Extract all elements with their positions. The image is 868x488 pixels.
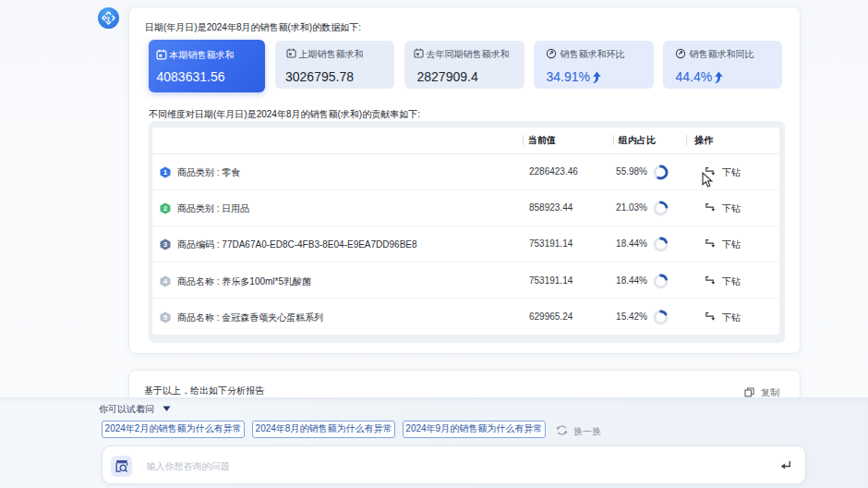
svg-text:1: 1	[163, 168, 168, 177]
svg-text:5: 5	[163, 313, 168, 322]
svg-text:3: 3	[163, 241, 168, 250]
svg-text:2: 2	[163, 204, 168, 213]
svg-text:4: 4	[163, 277, 168, 286]
